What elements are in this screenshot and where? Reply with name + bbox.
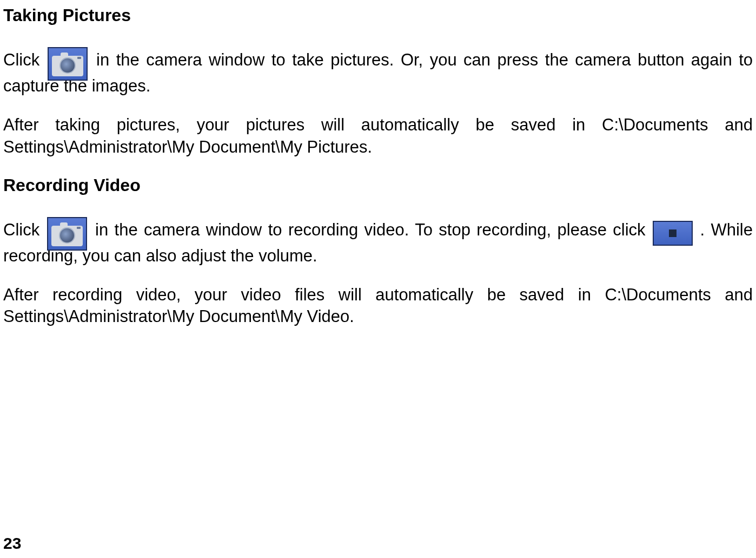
content-area: Taking Pictures Click in the camera wind… xyxy=(0,0,756,328)
paragraph-recording-video-2: After recording video, your video files … xyxy=(3,284,753,328)
document-page: Taking Pictures Click in the camera wind… xyxy=(0,0,756,558)
stop-icon xyxy=(653,221,693,246)
heading-recording-video: Recording Video xyxy=(3,175,753,195)
paragraph-recording-video-1: Click in the camera window to recording … xyxy=(3,217,753,267)
camera-icon xyxy=(48,47,88,81)
text-recording-mid: in the camera window to recording video.… xyxy=(95,220,652,239)
text-click-2: Click xyxy=(3,220,46,239)
paragraph-taking-pictures-1: Click in the camera window to take pictu… xyxy=(3,47,753,97)
page-number: 23 xyxy=(3,534,21,553)
paragraph-taking-pictures-2: After taking pictures, your pictures wil… xyxy=(3,114,753,158)
camera-icon xyxy=(47,217,87,251)
text-click: Click xyxy=(3,50,47,69)
text-taking-pictures-rest: in the camera window to take pictures. O… xyxy=(3,50,753,95)
heading-taking-pictures: Taking Pictures xyxy=(3,5,753,25)
